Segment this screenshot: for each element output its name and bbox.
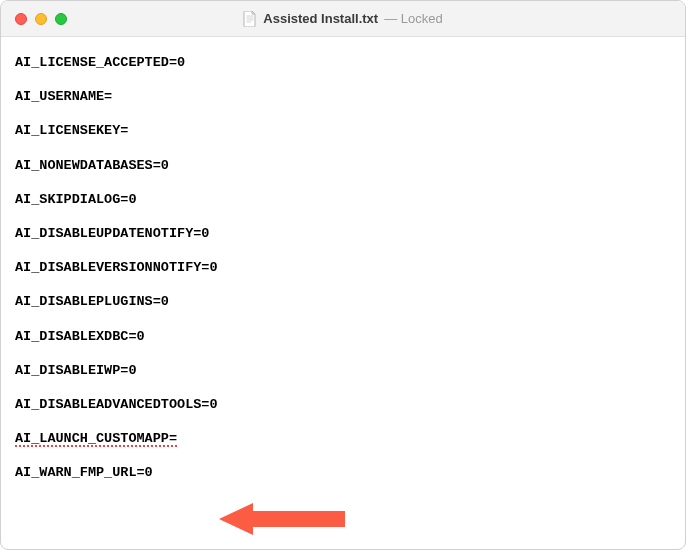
text-line: AI_DISABLEVERSIONNOTIFY=0 <box>15 260 671 276</box>
text-line: AI_WARN_FMP_URL=0 <box>15 465 671 481</box>
zoom-icon[interactable] <box>55 13 67 25</box>
text-line: AI_DISABLEXDBC=0 <box>15 329 671 345</box>
text-line: AI_DISABLEADVANCEDTOOLS=0 <box>15 397 671 413</box>
text-line: AI_LICENSE_ACCEPTED=0 <box>15 55 671 71</box>
locked-status: — Locked <box>384 11 443 26</box>
title-wrap: Assisted Install.txt — Locked <box>1 11 685 27</box>
document-icon <box>243 11 257 27</box>
text-content[interactable]: AI_LICENSE_ACCEPTED=0AI_USERNAME=AI_LICE… <box>1 37 685 517</box>
text-line: AI_NONEWDATABASES=0 <box>15 158 671 174</box>
text-line: AI_DISABLEUPDATENOTIFY=0 <box>15 226 671 242</box>
text-editor-window: Assisted Install.txt — Locked AI_LICENSE… <box>0 0 686 550</box>
text-line: AI_SKIPDIALOG=0 <box>15 192 671 208</box>
text-line: AI_LICENSEKEY= <box>15 123 671 139</box>
close-icon[interactable] <box>15 13 27 25</box>
window-controls <box>1 13 67 25</box>
text-line: AI_DISABLEIWP=0 <box>15 363 671 379</box>
text-line: AI_USERNAME= <box>15 89 671 105</box>
window-title: Assisted Install.txt <box>263 11 378 26</box>
minimize-icon[interactable] <box>35 13 47 25</box>
text-line: AI_LAUNCH_CUSTOMAPP= <box>15 431 671 447</box>
text-line: AI_DISABLEPLUGINS=0 <box>15 294 671 310</box>
titlebar: Assisted Install.txt — Locked <box>1 1 685 37</box>
